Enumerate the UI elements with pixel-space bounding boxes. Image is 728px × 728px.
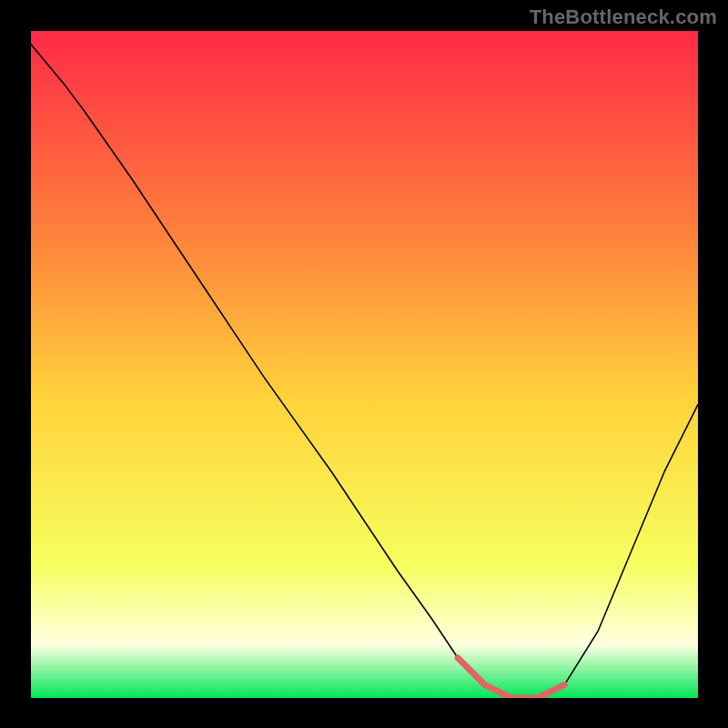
chart-stage: TheBottleneck.com	[0, 0, 728, 728]
gradient-plot-area	[31, 31, 698, 698]
gradient-rect	[31, 31, 698, 698]
watermark-label: TheBottleneck.com	[530, 5, 717, 29]
